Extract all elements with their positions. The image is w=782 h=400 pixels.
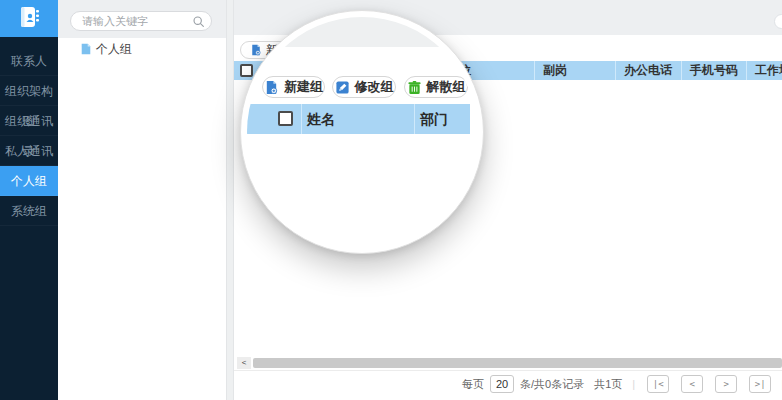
sidebar-item-org-chart[interactable]: 组织架构图 [0,76,58,106]
hscroll-thumb[interactable] [253,358,782,368]
magnified-select-all-checkbox[interactable] [278,111,293,126]
magnified-column-header-name[interactable]: 姓名 [307,104,335,134]
tree-item-label: 个人组 [96,41,132,58]
pager: 每页 条/共0条记录 共1页 | |< < > >| | 第 页 [462,371,782,397]
sidebar-item-private-directory[interactable]: 私人通讯录 [0,136,58,166]
magnifier-content: 新建组 修改组 解散组 [247,17,477,247]
app-logo[interactable] [0,0,58,37]
magnified-delete-group-button[interactable]: 解散组 [404,76,468,98]
magnified-edit-group-button[interactable]: 修改组 [332,76,396,98]
new-group-icon [250,44,262,56]
top-right-button-fragment[interactable] [774,14,782,29]
column-separator [414,104,415,134]
column-header-deputy[interactable]: 副岗 [534,61,615,80]
column-header-workplace[interactable]: 工作地 [746,61,782,80]
prev-page-button[interactable]: < [681,375,703,393]
per-page-label: 每页 [462,377,484,392]
search-input[interactable] [82,15,192,27]
sidebar-item-org-directory[interactable]: 组织通讯录 [0,106,58,136]
column-header-office-phone[interactable]: 办公电话 [615,61,681,80]
hscroll-left-button[interactable]: < [237,357,251,369]
page-size-input[interactable] [490,375,514,393]
edit-group-icon [335,80,350,95]
group-file-icon [80,43,92,55]
sidebar-item-system-group[interactable]: 系统组 [0,196,58,226]
search-icon[interactable] [192,15,205,28]
delete-group-icon [407,80,422,95]
address-book-icon [16,4,42,33]
magnifier-lens: 新建组 修改组 解散组 [240,10,484,254]
last-page-button[interactable]: >| [749,375,771,393]
new-group-label: 新建组 [284,78,323,96]
pager-separator: | [632,378,635,390]
total-pages-label: 共1页 [594,377,622,392]
panel-divider [226,0,234,400]
new-group-icon [264,80,279,95]
tree-item-personal-group[interactable]: 个人组 [80,42,132,56]
sidebar: 联系人 组织架构图 组织通讯录 私人通讯录 个人组 系统组 [0,0,58,400]
records-label: 条/共0条记录 [520,377,584,392]
next-page-button[interactable]: > [715,375,737,393]
magnified-table-header: 姓名 部门 [247,104,470,134]
edit-group-label: 修改组 [355,78,394,96]
delete-group-label: 解散组 [427,78,466,96]
search-input-wrapper[interactable] [70,11,212,31]
select-all-checkbox[interactable] [240,64,253,77]
column-separator [301,104,302,134]
column-header-mobile[interactable]: 手机号码 [681,61,746,80]
sidebar-item-personal-group[interactable]: 个人组 [0,166,58,196]
magnified-new-group-button[interactable]: 新建组 [262,76,325,98]
group-tree-panel [58,0,226,400]
first-page-button[interactable]: |< [647,375,669,393]
magnified-column-header-dept[interactable]: 部门 [420,104,448,134]
sidebar-item-contacts[interactable]: 联系人 [0,46,58,76]
